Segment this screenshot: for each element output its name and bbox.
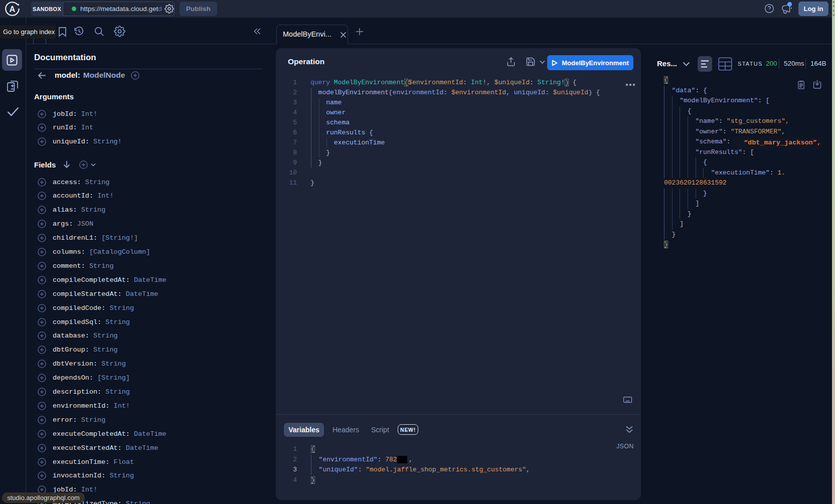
svg-text:A: A (10, 5, 16, 14)
